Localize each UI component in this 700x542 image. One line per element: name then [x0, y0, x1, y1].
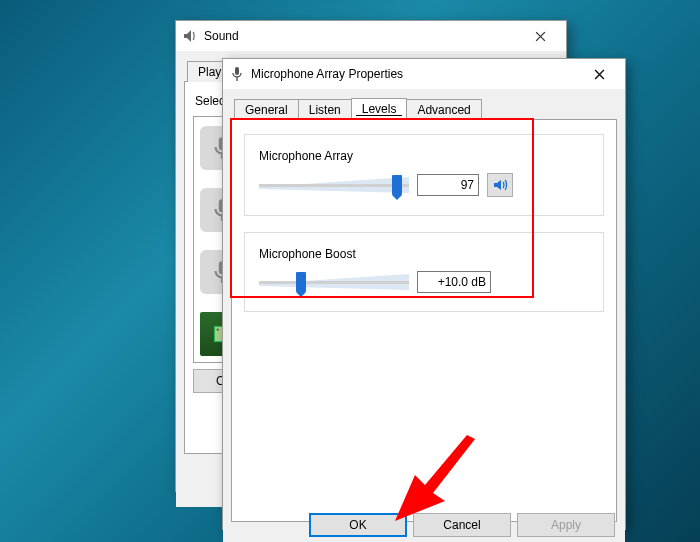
svg-rect-6: [235, 67, 239, 75]
tab-advanced[interactable]: Advanced: [406, 99, 481, 120]
mic-icon: [229, 66, 245, 82]
props-title: Microphone Array Properties: [251, 67, 579, 81]
mic-array-section: Microphone Array: [244, 134, 604, 216]
mic-array-slider[interactable]: [259, 175, 409, 195]
sound-title: Sound: [204, 29, 520, 43]
mic-boost-slider[interactable]: [259, 272, 409, 292]
apply-button[interactable]: Apply: [517, 513, 615, 537]
mic-array-value[interactable]: [417, 174, 479, 196]
sound-titlebar[interactable]: Sound: [176, 21, 566, 51]
ok-button[interactable]: OK: [309, 513, 407, 537]
tab-general[interactable]: General: [234, 99, 299, 120]
slider-thumb[interactable]: [296, 272, 306, 292]
cancel-button[interactable]: Cancel: [413, 513, 511, 537]
props-tabstrip: General Listen Levels Advanced: [231, 97, 617, 119]
mic-properties-dialog: Microphone Array Properties General List…: [222, 58, 626, 530]
tab-listen[interactable]: Listen: [298, 99, 352, 120]
mic-array-label: Microphone Array: [259, 149, 589, 163]
slider-thumb[interactable]: [392, 175, 402, 195]
mic-boost-label: Microphone Boost: [259, 247, 589, 261]
speaker-icon: [182, 28, 198, 44]
mic-boost-value[interactable]: [417, 271, 491, 293]
svg-point-4: [217, 329, 219, 331]
props-titlebar[interactable]: Microphone Array Properties: [223, 59, 625, 89]
tab-levels[interactable]: Levels: [351, 98, 408, 120]
close-icon[interactable]: [579, 60, 619, 88]
mic-boost-section: Microphone Boost: [244, 232, 604, 312]
mute-button[interactable]: [487, 173, 513, 197]
close-icon[interactable]: [520, 22, 560, 50]
